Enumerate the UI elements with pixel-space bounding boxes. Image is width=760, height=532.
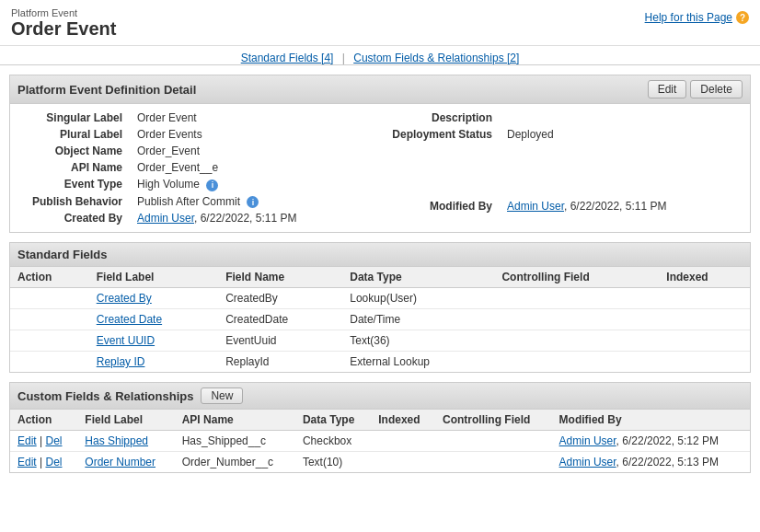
table-row: Edit | Del Has Shipped Has_Shipped__c Ch… — [10, 431, 750, 452]
delete-button[interactable]: Delete — [690, 80, 743, 98]
event-type-row: Event Type High Volume i — [10, 176, 380, 193]
col-field-label: Field Label — [77, 410, 174, 431]
row-action — [10, 352, 89, 373]
singular-label-row: Singular Label Order Event — [10, 110, 380, 126]
row-action — [10, 309, 89, 330]
api-name-row: API Name Order_Event__e — [10, 159, 380, 176]
modified-by-link[interactable]: Admin User — [507, 200, 564, 213]
help-icon: ? — [736, 11, 749, 24]
modified-by-link[interactable]: Admin User — [559, 434, 616, 447]
custom-fields-header: Custom Fields & Relationships New — [10, 383, 750, 410]
col-data-type: Data Type — [295, 410, 371, 431]
publish-behavior-text: Publish After Commit — [137, 195, 240, 208]
publish-behavior-info-icon[interactable]: i — [247, 196, 259, 208]
field-label-link[interactable]: Order Number — [85, 456, 155, 468]
row-field-name: CreatedDate — [218, 309, 342, 330]
edit-link[interactable]: Edit — [17, 434, 37, 447]
page-title: Order Event — [11, 18, 116, 40]
detail-right-grid: Description Deployment Status Deployed M… — [380, 110, 750, 214]
table-row: Replay ID ReplayId External Lookup — [10, 352, 750, 373]
row-field-label: Event UUID — [89, 330, 218, 352]
row-indexed — [371, 452, 435, 473]
custom-fields-section: Custom Fields & Relationships New Action… — [9, 382, 751, 473]
row-field-name: ReplayId — [218, 352, 342, 373]
col-action: Action — [10, 410, 77, 431]
standard-fields-table: Action Field Label Field Name Data Type … — [10, 267, 750, 372]
row-indexed — [659, 352, 750, 373]
row-modified-by: Admin User, 6/22/2022, 5:13 PM — [552, 452, 750, 473]
created-by-row: Created By Admin User, 6/22/2022, 5:11 P… — [10, 210, 380, 226]
row-controlling-field — [435, 431, 552, 452]
description-row: Description — [380, 110, 750, 126]
row-data-type: Text(36) — [342, 330, 494, 352]
row-field-label: Order Number — [77, 452, 174, 473]
table-row: Event UUID EventUuid Text(36) — [10, 330, 750, 352]
detail-col-right: Description Deployment Status Deployed M… — [380, 110, 750, 226]
field-label-link[interactable]: Event UUID — [97, 334, 155, 347]
page-type: Platform Event — [11, 7, 116, 18]
row-field-name: EventUuid — [218, 330, 342, 352]
tab-standard-fields[interactable]: Standard Fields [4] — [241, 52, 334, 64]
detail-col-left: Singular Label Order Event Plural Label … — [10, 110, 380, 226]
field-label-link[interactable]: Created By — [97, 292, 152, 305]
row-api-name: Order_Number__c — [175, 452, 295, 473]
detail-section-actions: Edit Delete — [648, 80, 743, 98]
field-label-link[interactable]: Replay ID — [97, 355, 145, 368]
deployment-status-val: Deployed — [500, 126, 750, 143]
object-name-row: Object Name Order_Event — [10, 143, 380, 159]
description-lbl: Description — [380, 110, 500, 126]
modified-by-val: Admin User, 6/22/2022, 5:11 PM — [500, 198, 750, 214]
custom-fields-tbody: Edit | Del Has Shipped Has_Shipped__c Ch… — [10, 431, 750, 473]
help-link[interactable]: Help for this Page ? — [645, 11, 749, 24]
help-link-text[interactable]: Help for this Page — [645, 11, 732, 24]
custom-fields-title: Custom Fields & Relationships — [17, 389, 193, 403]
object-name-lbl: Object Name — [10, 143, 130, 159]
modified-by-link[interactable]: Admin User — [559, 456, 616, 468]
field-label-link[interactable]: Created Date — [97, 313, 162, 326]
standard-fields-header-row: Action Field Label Field Name Data Type … — [10, 267, 750, 288]
field-label-link[interactable]: Has Shipped — [85, 434, 148, 447]
singular-label-val: Order Event — [130, 110, 380, 126]
created-by-val: Admin User, 6/22/2022, 5:11 PM — [130, 210, 380, 226]
detail-body: Singular Label Order Event Plural Label … — [10, 104, 750, 232]
standard-fields-section: Standard Fields Action Field Label Field… — [9, 242, 751, 373]
row-data-type: Text(10) — [295, 452, 371, 473]
plural-label-lbl: Plural Label — [10, 126, 130, 143]
row-data-type: External Lookup — [342, 352, 494, 373]
plural-label-val: Order Events — [130, 126, 380, 143]
row-field-label: Created By — [89, 288, 218, 309]
del-link[interactable]: Del — [45, 434, 62, 447]
col-api-name: API Name — [175, 410, 295, 431]
row-controlling-field — [494, 288, 659, 309]
col-modified-by: Modified By — [552, 410, 750, 431]
deployment-status-row: Deployment Status Deployed — [380, 126, 750, 143]
object-name-val: Order_Event — [130, 143, 380, 159]
page-header-left: Platform Event Order Event — [11, 7, 116, 40]
deployment-status-lbl: Deployment Status — [380, 126, 500, 143]
row-controlling-field — [494, 330, 659, 352]
col-data-type: Data Type — [342, 267, 494, 288]
row-controlling-field — [435, 452, 552, 473]
event-type-info-icon[interactable]: i — [206, 179, 218, 191]
edit-button[interactable]: Edit — [648, 80, 687, 98]
new-button[interactable]: New — [201, 387, 243, 404]
del-link[interactable]: Del — [45, 456, 62, 468]
event-type-val: High Volume i — [130, 176, 380, 193]
detail-section-title: Platform Event Definition Detail — [17, 83, 196, 97]
row-action — [10, 288, 89, 309]
detail-left-grid: Singular Label Order Event Plural Label … — [10, 110, 380, 226]
col-controlling-field: Controlling Field — [494, 267, 659, 288]
created-by-link[interactable]: Admin User — [137, 212, 194, 225]
table-row: Created Date CreatedDate Date/Time — [10, 309, 750, 330]
col-field-label: Field Label — [89, 267, 218, 288]
modified-by-lbl: Modified By — [380, 198, 500, 214]
custom-fields-table: Action Field Label API Name Data Type In… — [10, 410, 750, 472]
publish-behavior-lbl: Publish Behavior — [10, 193, 130, 211]
detail-two-col: Singular Label Order Event Plural Label … — [10, 110, 750, 226]
event-type-text: High Volume — [137, 178, 200, 191]
created-by-date: , 6/22/2022, 5:11 PM — [194, 212, 296, 225]
tab-custom-fields[interactable]: Custom Fields & Relationships [2] — [353, 52, 519, 64]
edit-link[interactable]: Edit — [17, 456, 37, 468]
row-modified-by: Admin User, 6/22/2022, 5:12 PM — [552, 431, 750, 452]
page-header: Platform Event Order Event Help for this… — [0, 0, 760, 46]
